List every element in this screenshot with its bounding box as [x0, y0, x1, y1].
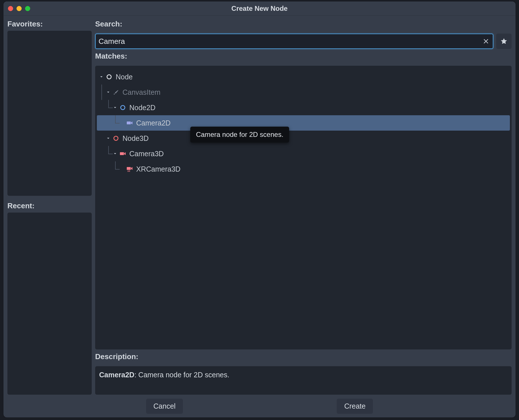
svg-point-1 — [121, 106, 125, 110]
description-text: : Camera node for 2D scenes. — [134, 371, 230, 379]
search-box[interactable] — [95, 34, 493, 49]
clear-search-button[interactable] — [482, 37, 490, 45]
window-controls — [8, 6, 30, 11]
chevron-down-icon[interactable] — [112, 105, 118, 110]
chevron-down-icon[interactable] — [105, 89, 111, 95]
node-tree: Node CanvasItem — [97, 69, 510, 177]
paint-brush-icon — [112, 88, 120, 96]
tree-item-label: Node3D — [122, 134, 149, 143]
create-node-dialog: Create New Node Favorites: Recent: Searc… — [3, 1, 516, 417]
zoom-window-button[interactable] — [25, 6, 30, 11]
camera-icon — [126, 119, 133, 127]
node2d-icon — [119, 104, 126, 111]
tree-item-xrcamera3d[interactable]: XR XRCamera3D — [97, 161, 510, 177]
minimize-window-button[interactable] — [17, 6, 22, 11]
search-input[interactable] — [99, 37, 482, 46]
sidebar: Favorites: Recent: — [7, 20, 92, 395]
xr-camera-icon: XR — [126, 165, 133, 173]
svg-point-0 — [107, 75, 111, 79]
main-panel: Search: Matches: — [95, 20, 512, 395]
tree-item-camera2d[interactable]: Camera2D — [97, 115, 510, 131]
dialog-footer: Cancel Create — [3, 395, 516, 417]
tree-item-label: CanvasItem — [122, 88, 160, 96]
favorites-label: Favorites: — [7, 20, 92, 28]
chevron-down-icon[interactable] — [112, 151, 118, 157]
tree-item-label: Node2D — [129, 104, 156, 112]
tree-item-canvasitem[interactable]: CanvasItem — [97, 85, 510, 100]
svg-point-2 — [114, 136, 118, 141]
tree-item-label: Camera3D — [129, 150, 164, 158]
description-label: Description: — [95, 352, 512, 361]
chevron-down-icon[interactable] — [99, 74, 104, 80]
tree-item-node[interactable]: Node — [97, 69, 510, 85]
tree-item-label: Node — [116, 73, 133, 81]
search-label: Search: — [95, 20, 512, 28]
create-button[interactable]: Create — [337, 399, 373, 414]
cancel-button[interactable]: Cancel — [146, 399, 183, 414]
description-node-name: Camera2D — [99, 371, 134, 379]
matches-label: Matches: — [95, 52, 512, 61]
titlebar: Create New Node — [3, 1, 516, 16]
tree-item-label: Camera2D — [136, 119, 171, 127]
favorite-button[interactable] — [496, 34, 512, 49]
camera-icon — [119, 150, 126, 157]
node3d-icon — [112, 135, 120, 142]
chevron-down-icon[interactable] — [105, 135, 111, 141]
matches-panel[interactable]: Node CanvasItem — [95, 66, 512, 349]
recent-panel[interactable] — [7, 213, 92, 395]
tree-item-node2d[interactable]: Node2D — [97, 100, 510, 115]
tree-item-label: XRCamera3D — [136, 165, 181, 173]
close-icon — [483, 38, 489, 44]
tree-item-node3d[interactable]: Node3D — [97, 131, 510, 146]
recent-label: Recent: — [7, 201, 92, 210]
favorites-panel[interactable] — [7, 31, 92, 196]
window-title: Create New Node — [3, 5, 516, 13]
node-icon — [105, 73, 113, 81]
tree-item-camera3d[interactable]: Camera3D — [97, 146, 510, 161]
star-icon — [500, 38, 508, 45]
svg-text:XR: XR — [127, 170, 130, 172]
close-window-button[interactable] — [8, 6, 13, 11]
description-panel: Camera2D: Camera node for 2D scenes. — [95, 366, 512, 395]
